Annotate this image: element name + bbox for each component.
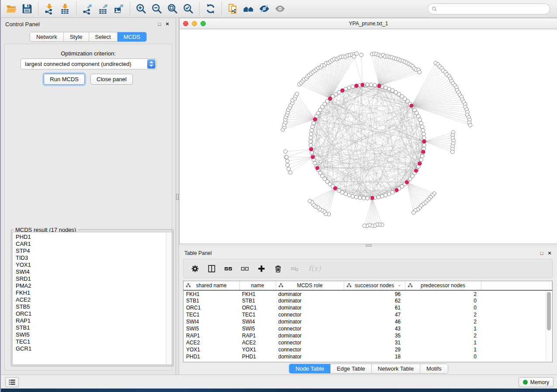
table-row[interactable]: ACE2ACE2connector311 bbox=[183, 339, 552, 346]
table-cell[interactable]: 96 bbox=[344, 290, 405, 297]
table-cell[interactable]: SWI4 bbox=[183, 318, 239, 325]
table-cell[interactable]: 0 bbox=[405, 353, 481, 360]
network-node[interactable] bbox=[377, 195, 381, 199]
network-node[interactable] bbox=[309, 140, 313, 144]
network-node[interactable] bbox=[351, 85, 355, 89]
deselect-all-button[interactable] bbox=[239, 262, 251, 275]
table-cell[interactable]: STB1 bbox=[239, 297, 276, 304]
network-node[interactable] bbox=[329, 97, 332, 100]
network-node[interactable] bbox=[422, 143, 426, 147]
table-cell[interactable]: 35 bbox=[344, 332, 405, 339]
network-node[interactable] bbox=[344, 192, 348, 196]
table-row[interactable]: ORC1ORC1dominator610 bbox=[183, 304, 552, 311]
save-session-button[interactable] bbox=[19, 1, 35, 16]
network-node[interactable] bbox=[287, 167, 291, 171]
network-node[interactable] bbox=[450, 150, 454, 154]
table-cell[interactable]: 61 bbox=[344, 304, 405, 311]
network-node[interactable] bbox=[380, 194, 384, 198]
network-node[interactable] bbox=[420, 154, 424, 158]
network-node[interactable] bbox=[284, 150, 287, 154]
network-node[interactable] bbox=[418, 162, 422, 165]
mcds-result-item[interactable]: PHD1 bbox=[16, 234, 172, 241]
tab-motifs[interactable]: Motifs bbox=[420, 364, 448, 373]
mcds-result-item[interactable]: TID3 bbox=[16, 254, 172, 261]
table-cell[interactable]: 2 bbox=[405, 311, 481, 318]
optimization-criterion-select[interactable]: largest connected component (undirected) bbox=[21, 58, 157, 69]
network-node[interactable] bbox=[387, 87, 391, 91]
mcds-result-item[interactable]: SWI4 bbox=[16, 268, 172, 275]
table-cell[interactable]: 0 bbox=[405, 297, 481, 304]
horizontal-splitter[interactable] bbox=[179, 244, 557, 247]
network-node[interactable] bbox=[384, 193, 387, 197]
table-cell[interactable]: PHD1 bbox=[183, 353, 239, 360]
network-node[interactable] bbox=[412, 211, 416, 215]
network-node[interactable] bbox=[373, 83, 377, 87]
table-cell[interactable]: dominator bbox=[276, 297, 344, 304]
table-cell[interactable]: 46 bbox=[344, 318, 405, 325]
network-node[interactable] bbox=[333, 186, 337, 190]
search-input[interactable] bbox=[440, 6, 546, 12]
table-row[interactable]: SWI5SWI5connector431 bbox=[183, 325, 552, 332]
network-node[interactable] bbox=[419, 158, 423, 162]
zoom-fit-button[interactable] bbox=[165, 1, 180, 16]
mcds-result-item[interactable]: STB5 bbox=[16, 303, 172, 310]
columns-button[interactable] bbox=[205, 262, 218, 275]
show-all-button[interactable] bbox=[272, 1, 288, 16]
network-node[interactable] bbox=[422, 150, 425, 154]
table-cell[interactable]: dominator bbox=[276, 332, 344, 339]
network-node[interactable] bbox=[370, 196, 374, 200]
network-node[interactable] bbox=[410, 104, 413, 107]
network-node[interactable] bbox=[347, 193, 351, 197]
tab-node-table[interactable]: Node Table bbox=[289, 364, 331, 373]
table-cell[interactable]: 2 bbox=[405, 318, 481, 325]
network-node[interactable] bbox=[422, 140, 426, 143]
network-node[interactable] bbox=[377, 84, 381, 88]
mcds-result-item[interactable]: ACE2 bbox=[16, 296, 172, 303]
table-cell[interactable]: PHD1 bbox=[239, 353, 276, 360]
table-cell[interactable]: STB1 bbox=[183, 297, 239, 304]
first-neighbors-button[interactable] bbox=[241, 1, 256, 16]
network-node[interactable] bbox=[418, 118, 422, 122]
network-node[interactable] bbox=[361, 83, 364, 86]
table-row[interactable]: FKH1FKH1dominator962 bbox=[183, 290, 552, 297]
network-node[interactable] bbox=[355, 84, 358, 87]
mcds-result-item[interactable]: SWI5 bbox=[16, 331, 172, 338]
mcds-result-item[interactable]: ORC1 bbox=[16, 310, 172, 317]
tab-edge-table[interactable]: Edge Table bbox=[331, 364, 372, 373]
network-node[interactable] bbox=[313, 117, 317, 121]
network-node[interactable] bbox=[362, 196, 366, 200]
table-cell[interactable]: YOX1 bbox=[239, 346, 276, 353]
close-panel-button[interactable]: Close panel bbox=[90, 74, 133, 85]
network-node[interactable] bbox=[391, 190, 394, 194]
table-cell[interactable]: 62 bbox=[344, 297, 405, 304]
network-node[interactable] bbox=[286, 163, 290, 167]
network-node[interactable] bbox=[312, 121, 316, 125]
splitter-grip[interactable] bbox=[366, 244, 372, 247]
column-header-MCDS-role[interactable]: MCDS role bbox=[276, 281, 344, 290]
table-cell[interactable]: connector bbox=[276, 339, 344, 346]
network-node[interactable] bbox=[315, 166, 319, 170]
splitter-grip[interactable] bbox=[176, 194, 179, 200]
network-node[interactable] bbox=[366, 196, 370, 200]
duplicate-network-button[interactable] bbox=[225, 1, 241, 16]
table-cell[interactable]: dominator bbox=[276, 290, 344, 297]
tab-mcds[interactable]: MCDS bbox=[118, 32, 146, 41]
network-node[interactable] bbox=[308, 199, 312, 203]
table-cell[interactable]: ACE2 bbox=[183, 339, 239, 346]
network-node[interactable] bbox=[341, 89, 344, 92]
table-cell[interactable]: ACE2 bbox=[239, 339, 276, 346]
table-cell[interactable]: 47 bbox=[344, 311, 405, 318]
network-node[interactable] bbox=[309, 136, 313, 140]
table-cell[interactable]: connector bbox=[276, 325, 344, 332]
column-header-predecessor-nodes[interactable]: predecessor nodes bbox=[405, 281, 481, 290]
scrollbar-thumb[interactable] bbox=[547, 292, 551, 330]
network-node[interactable] bbox=[310, 128, 314, 132]
zoom-out-button[interactable] bbox=[149, 1, 165, 16]
vertical-splitter[interactable] bbox=[176, 18, 179, 375]
mcds-list-scrollbar[interactable] bbox=[166, 232, 172, 364]
network-node[interactable] bbox=[295, 92, 299, 96]
delete-column-button[interactable] bbox=[272, 262, 284, 275]
export-table-button[interactable] bbox=[95, 1, 111, 16]
tab-network-table[interactable]: Network Table bbox=[372, 364, 420, 373]
network-node[interactable] bbox=[309, 148, 313, 151]
